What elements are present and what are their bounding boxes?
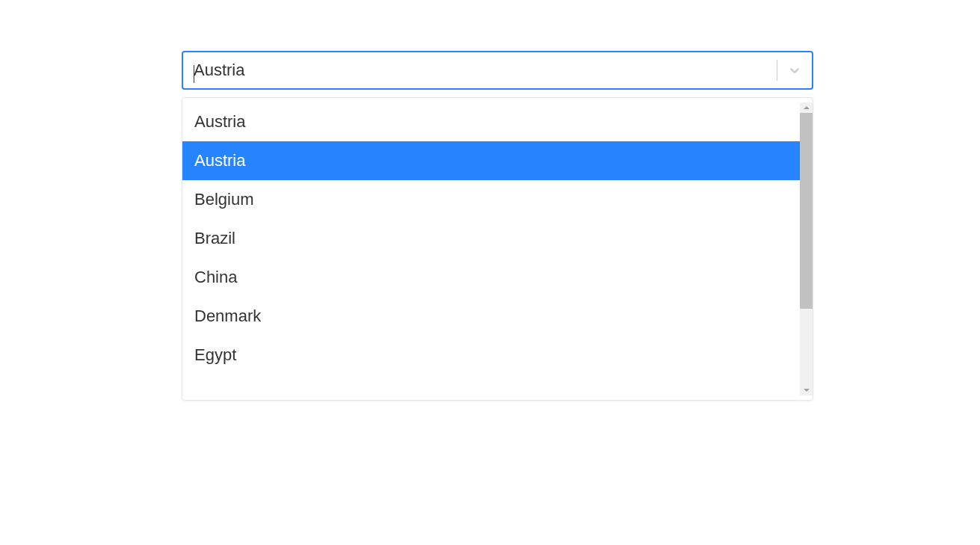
dropdown-toggle[interactable]: [777, 52, 812, 88]
country-option[interactable]: China: [182, 258, 800, 297]
country-select[interactable]: Austria AustriaAustriaBelgiumBrazilChina…: [182, 51, 813, 90]
country-select-value-container[interactable]: Austria: [194, 62, 777, 78]
country-select-options: AustriaAustriaBelgiumBrazilChinaDenmarkE…: [182, 102, 800, 395]
country-option[interactable]: Austria: [182, 141, 800, 180]
triangle-down-icon: [803, 387, 810, 394]
chevron-down-icon: [787, 63, 802, 78]
country-option[interactable]: Egypt: [182, 336, 800, 375]
menu-scrollbar[interactable]: [800, 102, 813, 395]
country-select-control[interactable]: Austria: [182, 51, 813, 90]
country-option[interactable]: Brazil: [182, 219, 800, 258]
scroll-down-button[interactable]: [800, 385, 813, 395]
country-option[interactable]: Austria: [182, 102, 800, 141]
country-select-menu: AustriaAustriaBelgiumBrazilChinaDenmarkE…: [182, 97, 813, 401]
country-option[interactable]: Denmark: [182, 297, 800, 336]
triangle-up-icon: [803, 104, 810, 111]
country-option[interactable]: Belgium: [182, 180, 800, 219]
country-select-value: Austria: [194, 62, 244, 78]
scroll-track[interactable]: [800, 113, 813, 385]
text-caret: [194, 65, 194, 83]
scroll-thumb[interactable]: [800, 113, 813, 309]
scroll-up-button[interactable]: [800, 102, 813, 113]
